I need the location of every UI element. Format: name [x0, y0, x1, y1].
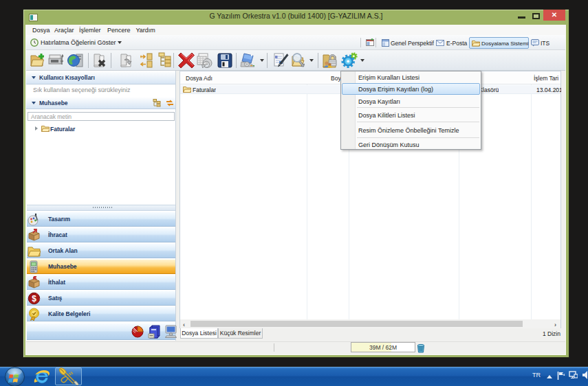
svg-text:$: $	[32, 294, 36, 304]
